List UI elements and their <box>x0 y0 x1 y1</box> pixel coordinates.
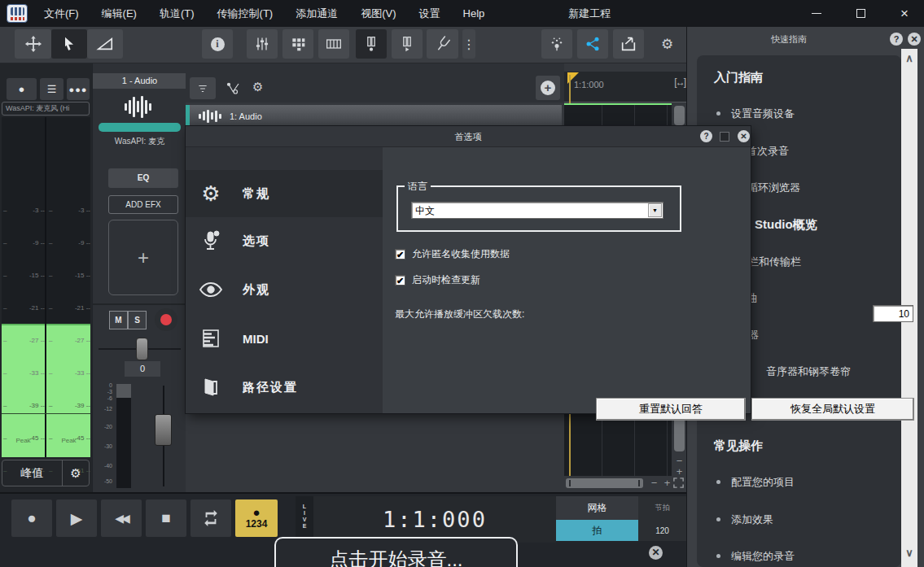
hint-close-icon[interactable]: ✕ <box>649 546 663 560</box>
guide-item[interactable]: 首次录音 <box>747 144 789 159</box>
horizontal-zoom-icon[interactable]: [↔] <box>674 76 685 88</box>
add-efx-button[interactable]: ADD EFX <box>108 195 178 214</box>
beat-value[interactable]: 拍 <box>556 520 638 541</box>
timeline-grid-bottom[interactable] <box>564 413 672 476</box>
bpm-value[interactable]: 120 <box>638 520 686 541</box>
meter-settings-gear-icon[interactable]: ⚙ <box>63 460 89 486</box>
guide-item[interactable]: 设置音频设备 <box>731 107 795 121</box>
pan-value[interactable]: 0 <box>125 361 160 377</box>
menu-help[interactable]: Help <box>452 0 497 27</box>
solo-button[interactable]: S <box>128 311 147 329</box>
guide-item[interactable]: Studio概览 <box>755 217 817 233</box>
guide-item[interactable]: 添加效果 <box>731 512 773 527</box>
metronome-button[interactable]: ● 1234 <box>235 499 278 537</box>
record-button[interactable]: ● <box>11 499 52 537</box>
grid-header[interactable]: 网格 <box>556 496 638 520</box>
select-tool-button[interactable] <box>51 29 87 59</box>
meter-more-button[interactable]: ●●● <box>67 78 90 100</box>
analytics-checkbox[interactable]: ✔ <box>395 249 405 260</box>
pan-slider-handle[interactable] <box>136 338 148 360</box>
fade-tool-button[interactable] <box>87 29 123 59</box>
horizontal-zoom-out-button[interactable]: − <box>647 477 661 489</box>
add-track-button[interactable]: + <box>536 76 560 100</box>
updates-checkbox[interactable]: ✔ <box>395 275 405 286</box>
track-play-view-button[interactable] <box>392 29 423 59</box>
maximize-button[interactable] <box>842 0 879 27</box>
guide-close-icon[interactable]: ✕ <box>908 33 921 46</box>
nav-options[interactable]: 选项 <box>186 217 383 264</box>
menu-settings[interactable]: 设置 <box>408 0 452 27</box>
export-button[interactable] <box>613 29 644 59</box>
info-button[interactable]: i <box>202 29 233 59</box>
input-device-selector[interactable]: WasAPI: 麦克风 (Hi <box>2 102 90 116</box>
dialog-titlebar[interactable]: 首选项 <box>186 126 751 147</box>
loop-button[interactable] <box>190 499 231 537</box>
volume-fader-handle[interactable] <box>155 414 172 446</box>
mixer-button[interactable] <box>247 29 278 59</box>
vertical-zoom-in-button[interactable]: + <box>672 465 686 478</box>
minimize-button[interactable] <box>798 0 835 27</box>
toolbar-settings-gear-icon[interactable]: ⚙ <box>661 36 673 53</box>
menu-file[interactable]: 文件(F) <box>33 0 90 27</box>
dropdown-arrow-icon[interactable]: ▼ <box>648 203 662 217</box>
track-settings-gear-icon[interactable]: ⚙ <box>252 80 263 94</box>
tuner-button[interactable] <box>427 29 458 59</box>
timeline-grid-top[interactable] <box>564 105 672 127</box>
add-plugin-button[interactable]: + <box>108 220 178 295</box>
channel-header[interactable]: 1 - Audio <box>93 73 186 89</box>
guide-item[interactable]: 配置您的项目 <box>731 475 795 490</box>
guide-help-icon[interactable]: ? <box>890 33 903 46</box>
expand-view-button[interactable] <box>672 477 685 492</box>
more-tools-button[interactable]: ⋮ <box>462 29 475 59</box>
track-record-view-button[interactable] <box>356 29 387 59</box>
vocal-fx-button[interactable] <box>541 29 572 59</box>
dialog-close-icon[interactable]: ✕ <box>738 130 750 142</box>
vertical-scrollbar-top[interactable] <box>672 106 686 127</box>
move-tool-button[interactable] <box>15 29 51 59</box>
menu-add-channel[interactable]: 添加通道 <box>284 0 349 27</box>
menu-track[interactable]: 轨道(T) <box>148 0 206 27</box>
track-row[interactable]: 1: Audio <box>186 105 562 127</box>
peak-button[interactable]: 峰值 <box>2 460 63 486</box>
meter-menu-button[interactable]: ☰ <box>40 78 63 100</box>
record-hint-tooltip[interactable]: 点击开始录音... <box>274 537 518 567</box>
dialog-maximize-icon[interactable] <box>720 132 729 142</box>
guide-item[interactable]: 栏和传输栏 <box>748 255 801 269</box>
restore-defaults-button[interactable]: 恢复全局默认设置 <box>751 398 914 421</box>
menu-view[interactable]: 视图(V) <box>349 0 407 27</box>
meter-record-button[interactable]: ● <box>7 78 37 100</box>
nav-appearance[interactable]: 外观 <box>186 266 383 313</box>
scroll-up-icon[interactable]: ∧ <box>901 52 917 64</box>
updates-option[interactable]: ✔ 启动时检查更新 <box>395 273 480 287</box>
time-display[interactable]: 1:1:000 <box>313 496 556 543</box>
play-button[interactable]: ▶ <box>56 499 97 537</box>
language-dropdown[interactable]: 中文 ▼ <box>411 202 663 219</box>
stop-button[interactable]: ■ <box>146 499 186 537</box>
mute-button[interactable]: M <box>109 311 128 329</box>
scroll-down-icon[interactable]: ∨ <box>901 547 917 559</box>
nav-general[interactable]: ⚙ 常规 <box>186 170 383 217</box>
guide-item[interactable]: 音序器和钢琴卷帘 <box>766 364 851 379</box>
automation-button[interactable] <box>221 77 246 99</box>
menu-edit[interactable]: 编辑(E) <box>90 0 148 27</box>
underrun-input[interactable]: 10 <box>873 305 913 322</box>
guide-item[interactable]: 编辑您的录音 <box>731 549 795 564</box>
nav-paths[interactable]: 路径设置 <box>186 364 383 411</box>
eq-button[interactable]: EQ <box>108 168 178 188</box>
grid-view-button[interactable] <box>282 29 313 59</box>
rewind-button[interactable]: ◀◀ <box>101 499 142 537</box>
reset-defaults-button[interactable]: 重置默认回答 <box>596 398 746 421</box>
menu-transport[interactable]: 传输控制(T) <box>206 0 285 27</box>
track-filter-button[interactable] <box>190 77 216 99</box>
nav-midi[interactable]: MIDI <box>186 315 383 362</box>
guide-item[interactable]: 循环浏览器 <box>747 181 800 195</box>
horizontal-scrollbar[interactable]: − + <box>564 477 686 490</box>
channel-record-arm-button[interactable] <box>155 308 177 331</box>
share-button[interactable] <box>577 29 608 59</box>
piano-roll-button[interactable] <box>318 29 349 59</box>
beat-header[interactable]: 节拍 <box>638 496 686 520</box>
timeline-ruler[interactable]: 1:1:000 [↔] <box>564 72 686 102</box>
live-indicator[interactable]: LIVE <box>296 496 313 543</box>
analytics-option[interactable]: ✔ 允许匿名收集使用数据 <box>395 247 510 261</box>
dialog-help-icon[interactable]: ? <box>700 130 712 142</box>
